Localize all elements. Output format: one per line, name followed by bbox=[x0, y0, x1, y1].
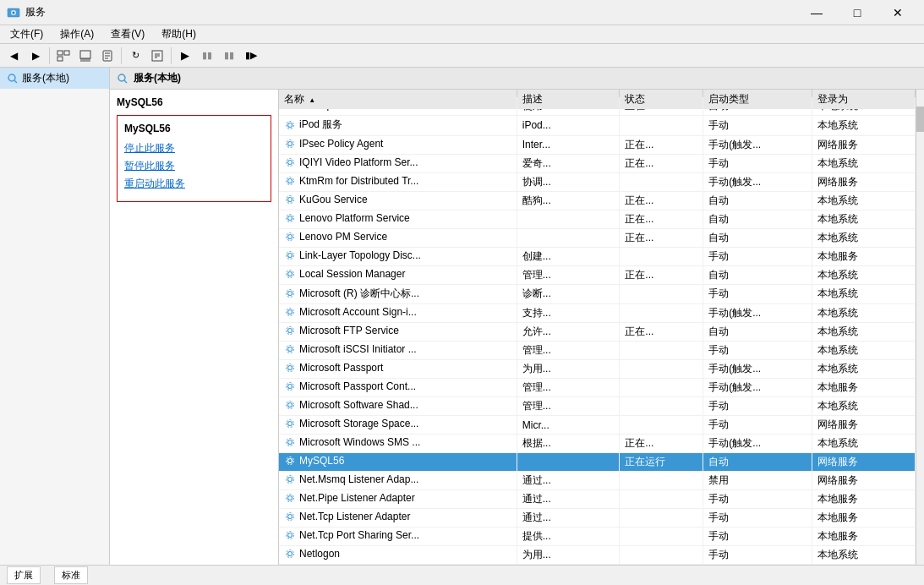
cell-service-name: IPsec Policy Agent bbox=[279, 135, 517, 154]
table-row[interactable]: Lenovo PM Service正在...自动本地系统 bbox=[279, 228, 916, 247]
svg-point-37 bbox=[288, 253, 293, 257]
table-row[interactable]: iPod 服务iPod...手动本地系统 bbox=[279, 116, 916, 136]
tb-export-button[interactable] bbox=[147, 46, 167, 65]
cell-status bbox=[620, 360, 703, 379]
table-row[interactable]: MySQL56正在运行自动网络服务 bbox=[279, 453, 916, 472]
cell-service-name: Net.Msmq Listener Adap... bbox=[279, 472, 517, 490]
tb-start-button[interactable]: ▶ bbox=[175, 46, 195, 65]
col-header-login[interactable]: 登录为 bbox=[812, 90, 916, 110]
svg-point-45 bbox=[288, 329, 293, 333]
col-header-desc[interactable]: 描述 bbox=[517, 90, 620, 110]
table-row[interactable]: Microsoft Passport为用...手动(触发...本地系统 bbox=[279, 360, 916, 379]
service-gear-icon bbox=[284, 399, 296, 411]
svg-point-27 bbox=[288, 160, 293, 164]
right-scrollbar[interactable] bbox=[916, 90, 924, 565]
table-row[interactable]: Microsoft Storage Space...Micr...手动网络服务 bbox=[279, 416, 916, 435]
svg-point-35 bbox=[288, 234, 293, 238]
scrollbar-thumb[interactable] bbox=[916, 107, 924, 132]
table-row[interactable]: Microsoft FTP Service允许...正在...自动本地系统 bbox=[279, 323, 916, 342]
cell-start-type: 手动 bbox=[703, 154, 812, 172]
title-left: 服务 bbox=[7, 5, 46, 19]
col-header-status[interactable]: 状态 bbox=[620, 90, 703, 110]
table-row[interactable]: Microsoft (R) 诊断中心标...诊断...手动本地系统 bbox=[279, 284, 916, 304]
table-row[interactable]: IPsec Policy AgentInter...正在...手动(触发...网… bbox=[279, 135, 916, 154]
selected-service-title: MySQL56 bbox=[117, 96, 271, 108]
col-header-start[interactable]: 启动类型 bbox=[703, 90, 812, 110]
svg-point-25 bbox=[288, 141, 293, 145]
service-gear-icon bbox=[284, 156, 296, 168]
properties-icon bbox=[101, 50, 113, 62]
search-icon bbox=[7, 73, 19, 85]
table-row[interactable]: KtmRm for Distributed Tr...协调...手动(触发...… bbox=[279, 172, 916, 191]
cell-login: 本地系统 bbox=[812, 284, 916, 304]
table-row[interactable]: Microsoft Software Shad...管理...手动本地系统 bbox=[279, 397, 916, 416]
cell-service-name: Microsoft iSCSI Initiator ... bbox=[279, 342, 517, 360]
tb-restart-button[interactable]: ▮▶ bbox=[241, 46, 261, 65]
cell-status bbox=[620, 116, 703, 136]
table-row[interactable]: Link-Layer Topology Disc...创建...手动本地服务 bbox=[279, 247, 916, 265]
cell-service-name: Microsoft Windows SMS ... bbox=[279, 435, 517, 453]
tb-properties-button[interactable] bbox=[97, 46, 118, 65]
table-row[interactable]: Net.Tcp Port Sharing Ser...提供...手动本地服务 bbox=[279, 528, 916, 546]
cell-login: 本地系统 bbox=[812, 342, 916, 360]
pause-service-link[interactable]: 暂停此服务 bbox=[124, 159, 264, 173]
table-row[interactable]: Lenovo Platform Service正在...自动本地系统 bbox=[279, 210, 916, 228]
svg-point-54 bbox=[287, 402, 294, 409]
table-row[interactable]: Net.Pipe Listener Adapter通过...手动本地服务 bbox=[279, 490, 916, 509]
svg-point-55 bbox=[288, 422, 293, 426]
tb-show-console-tree[interactable] bbox=[53, 46, 74, 65]
col-header-name[interactable]: 名称 ▲ bbox=[279, 90, 517, 110]
cell-status: 正在... bbox=[620, 191, 703, 210]
menu-view[interactable]: 查看(V) bbox=[104, 25, 151, 43]
table-row[interactable]: Microsoft Passport Cont...管理...手动(触发...本… bbox=[279, 379, 916, 397]
tb-stop-button: ▮▮ bbox=[197, 46, 217, 65]
minimize-button[interactable]: — bbox=[797, 0, 836, 25]
svg-point-69 bbox=[288, 552, 293, 556]
cell-desc: 酷狗... bbox=[517, 191, 620, 210]
cell-service-name: Net.Pipe Listener Adapter bbox=[279, 490, 517, 509]
menu-file[interactable]: 文件(F) bbox=[3, 25, 50, 43]
tb-refresh-button[interactable]: ↻ bbox=[125, 46, 145, 65]
tb-up-button[interactable] bbox=[75, 46, 96, 65]
tb-forward-button[interactable]: ▶ bbox=[25, 46, 46, 65]
menu-action[interactable]: 操作(A) bbox=[53, 25, 101, 43]
cell-start-type: 手动(触发... bbox=[703, 135, 812, 154]
svg-point-29 bbox=[288, 178, 293, 183]
table-row[interactable]: Netlogon为用...手动本地系统 bbox=[279, 546, 916, 565]
tb-back-button[interactable]: ◀ bbox=[3, 46, 24, 65]
cell-service-name: Netlogon bbox=[279, 546, 517, 565]
table-row[interactable]: Microsoft Windows SMS ...根据...正在...手动(触发… bbox=[279, 435, 916, 453]
table-row[interactable]: Net.Tcp Listener Adapter通过...手动本地服务 bbox=[279, 509, 916, 528]
cell-desc: 协调... bbox=[517, 172, 620, 191]
cell-login: 本地服务 bbox=[812, 528, 916, 546]
cell-status bbox=[620, 528, 703, 546]
cell-login: 网络服务 bbox=[812, 135, 916, 154]
svg-point-58 bbox=[287, 439, 294, 446]
up-icon bbox=[79, 50, 91, 62]
table-row[interactable]: Local Session Manager管理...正在...自动本地系统 bbox=[279, 265, 916, 284]
svg-point-26 bbox=[287, 139, 294, 147]
table-row[interactable]: KuGou Service酷狗...正在...自动本地系统 bbox=[279, 191, 916, 210]
service-gear-icon bbox=[284, 529, 296, 541]
svg-point-70 bbox=[287, 550, 294, 558]
left-nav-local-services[interactable]: 服务(本地) bbox=[0, 68, 109, 89]
svg-point-32 bbox=[287, 195, 294, 203]
main-area: 服务(本地) 服务(本地) MySQL56 MySQL56 停止此服务 暂停此服… bbox=[0, 68, 924, 565]
tab-expand[interactable]: 扩展 bbox=[7, 566, 41, 584]
restart-service-link[interactable]: 重启动此服务 bbox=[124, 177, 264, 191]
table-row[interactable]: Net.Msmq Listener Adap...通过...禁用网络服务 bbox=[279, 472, 916, 490]
services-table: 名称 ▲ 描述 状态 启动类型 登录为 IP Helper使用...正在...自… bbox=[279, 90, 916, 565]
close-button[interactable]: ✕ bbox=[878, 0, 917, 25]
table-row[interactable]: IQIYI Video Platform Ser...爱奇...正在...手动本… bbox=[279, 154, 916, 172]
svg-point-60 bbox=[287, 457, 294, 465]
svg-rect-3 bbox=[57, 51, 63, 55]
menu-help[interactable]: 帮助(H) bbox=[155, 25, 203, 43]
svg-point-40 bbox=[287, 270, 294, 277]
maximize-button[interactable]: □ bbox=[838, 0, 877, 25]
table-row[interactable]: Microsoft Account Sign-i...支持...手动(触发...… bbox=[279, 304, 916, 323]
cell-start-type: 手动(触发... bbox=[703, 435, 812, 453]
tab-standard[interactable]: 标准 bbox=[54, 566, 88, 584]
table-row[interactable]: Microsoft iSCSI Initiator ...管理...手动本地系统 bbox=[279, 342, 916, 360]
stop-service-link[interactable]: 停止此服务 bbox=[124, 141, 264, 156]
svg-point-31 bbox=[288, 197, 293, 201]
